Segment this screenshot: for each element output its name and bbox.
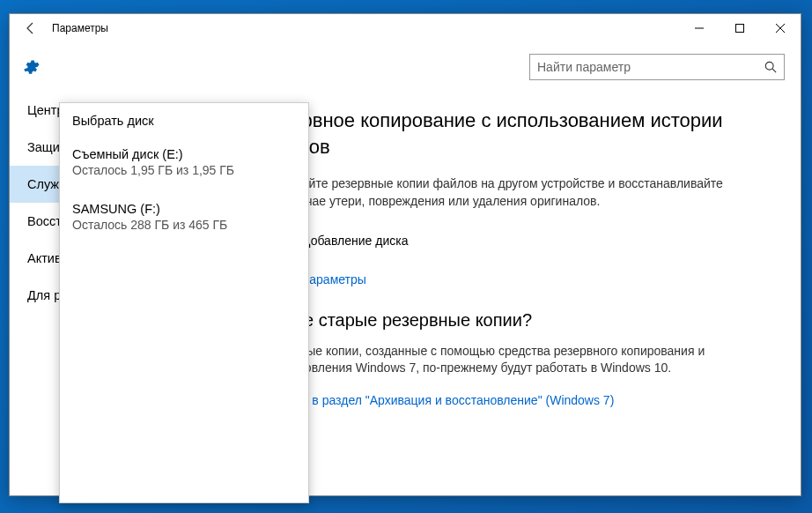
close-button[interactable] bbox=[760, 14, 801, 42]
search-input[interactable] bbox=[537, 60, 764, 74]
back-arrow-icon bbox=[24, 21, 38, 35]
window-title: Параметры bbox=[52, 22, 108, 34]
disk-name: SAMSUNG (F:) bbox=[72, 202, 296, 216]
disk-space-info: Осталось 1,95 ГБ из 1,95 ГБ bbox=[72, 163, 296, 177]
gear-icon bbox=[22, 58, 40, 76]
close-icon bbox=[776, 24, 785, 33]
popup-title: Выбрать диск bbox=[72, 114, 296, 128]
add-disk-label: Добавление диска bbox=[302, 234, 408, 248]
page-heading: Резервное копирование с использованием и… bbox=[260, 108, 779, 160]
svg-line-5 bbox=[772, 69, 776, 72]
search-box[interactable] bbox=[529, 54, 785, 80]
goto-win7-backup-link[interactable]: Перейти в раздел "Архивация и восстановл… bbox=[260, 393, 614, 407]
svg-rect-1 bbox=[736, 25, 744, 33]
disk-name: Съемный диск (E:) bbox=[72, 147, 296, 161]
disk-selection-popup: Выбрать диск Съемный диск (E:) Осталось … bbox=[59, 102, 309, 503]
add-disk-button[interactable]: + Добавление диска bbox=[260, 225, 779, 256]
window-controls bbox=[679, 14, 801, 42]
minimize-button[interactable] bbox=[679, 14, 720, 42]
settings-window: Параметры Центр обновления Windows За bbox=[9, 13, 801, 496]
titlebar: Параметры bbox=[10, 14, 801, 42]
disk-space-info: Осталось 288 ГБ из 465 ГБ bbox=[72, 218, 296, 232]
svg-point-4 bbox=[765, 62, 773, 70]
old-backups-description: Резервные копии, созданные с помощью сре… bbox=[260, 343, 735, 377]
old-backups-heading: Ищете старые резервные копии? bbox=[260, 310, 779, 331]
header-row bbox=[10, 42, 801, 92]
disk-option[interactable]: Съемный диск (E:) Осталось 1,95 ГБ из 1,… bbox=[72, 144, 296, 181]
settings-home-button[interactable] bbox=[10, 58, 52, 76]
backup-description: Сохраняйте резервные копии файлов на дру… bbox=[260, 175, 735, 210]
disk-option[interactable]: SAMSUNG (F:) Осталось 288 ГБ из 465 ГБ bbox=[72, 198, 296, 235]
content-area: Резервное копирование с использованием и… bbox=[239, 42, 801, 495]
minimize-icon bbox=[695, 24, 704, 33]
back-button[interactable] bbox=[10, 14, 52, 42]
search-icon bbox=[764, 61, 777, 73]
maximize-icon bbox=[735, 24, 744, 33]
maximize-button[interactable] bbox=[720, 14, 760, 42]
